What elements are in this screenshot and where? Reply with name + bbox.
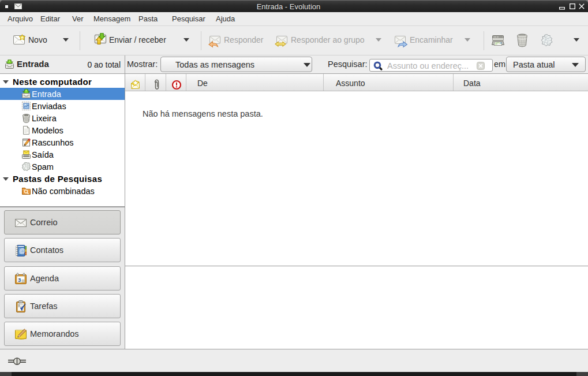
svg-text:@: @ bbox=[19, 247, 25, 254]
svg-text:3: 3 bbox=[18, 277, 21, 283]
